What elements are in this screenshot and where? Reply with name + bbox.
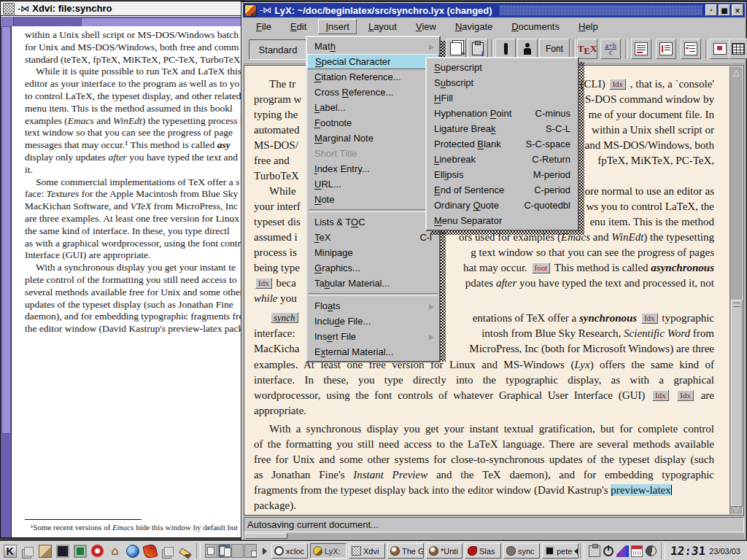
document-scrollbar[interactable]: △ ▽	[729, 66, 743, 514]
kwrite-icon[interactable]	[177, 543, 193, 559]
xdvi-vertical-scrollbar[interactable]	[1, 26, 12, 537]
paste-button[interactable]	[468, 39, 488, 59]
menu-item[interactable]: Marginal Note	[307, 131, 439, 146]
home-icon[interactable]: ⌂	[107, 543, 123, 559]
menu-item[interactable]: Index Entry...	[307, 161, 439, 176]
menu-item[interactable]: Special Character	[307, 54, 439, 69]
footnote-inset-button[interactable]: foot	[532, 262, 551, 273]
index-inset-button[interactable]: Idx	[677, 390, 694, 401]
kpaint-icon[interactable]	[616, 545, 628, 557]
menu-item[interactable]: LinebreakC-Return	[427, 152, 578, 167]
task-button-xcloc[interactable]: xcloc	[271, 543, 308, 559]
menu-item[interactable]: TeXC-l	[307, 230, 439, 245]
task-button-lyx[interactable]: LyX:	[310, 543, 347, 559]
menu-item[interactable]: End of SentenceC-period	[427, 182, 578, 198]
pager-desktop-2[interactable]	[218, 544, 231, 558]
menu-item[interactable]: Hyphenation PointC-minus	[427, 106, 578, 121]
scrollbar-thumb[interactable]	[731, 300, 743, 507]
menu-item[interactable]: Minipage	[307, 245, 439, 260]
menu-item[interactable]: Graphics...	[307, 260, 439, 276]
k-menu-icon[interactable]: K	[1, 543, 18, 559]
pager-desktop-1[interactable]	[205, 544, 217, 558]
taskbar-date[interactable]: 23/03/03	[709, 547, 740, 556]
konqueror-icon[interactable]	[124, 543, 141, 559]
digital-clock[interactable]: 12:31	[670, 544, 706, 558]
menu-item[interactable]: Cross Reference...	[307, 85, 439, 100]
footnote-button[interactable]	[631, 39, 651, 59]
menu-item[interactable]: Lists & TOC	[307, 214, 439, 230]
insert-table-button[interactable]	[729, 39, 747, 59]
emphasis-button[interactable]	[495, 39, 516, 59]
menu-view[interactable]: View	[409, 19, 444, 34]
task-button-theg[interactable]: The G	[387, 543, 424, 559]
xdvi-vscroll-thumb[interactable]	[1, 26, 11, 434]
window-list-icon[interactable]	[19, 543, 36, 559]
pager-desktop-3[interactable]	[231, 544, 244, 558]
task-button-slas[interactable]: Slas	[465, 543, 501, 559]
xdvi-window-icon[interactable]	[3, 3, 15, 15]
lyx-titlebar[interactable]: -⋈ LyX: ~/doc/beginlatex/src/synchro.lyx…	[243, 3, 745, 18]
menu-layout[interactable]: Layout	[361, 19, 404, 34]
lyx-window-icon[interactable]	[244, 4, 257, 17]
menu-item[interactable]: Include File...	[307, 314, 439, 329]
index-inset-button[interactable]: Idx	[609, 79, 626, 90]
menu-item[interactable]: Tabular Material...	[307, 276, 439, 291]
desktop-icon[interactable]	[36, 543, 53, 559]
menu-item[interactable]: Insert File	[307, 329, 439, 344]
logout-icon[interactable]	[603, 546, 614, 556]
task-button-pete[interactable]: pete	[542, 543, 578, 559]
depth-button[interactable]	[681, 39, 701, 59]
menu-item[interactable]: Subscript	[427, 75, 578, 90]
help-icon[interactable]	[89, 543, 106, 559]
menu-navigate[interactable]: Navigate	[448, 19, 500, 34]
menu-help[interactable]: Help	[571, 19, 605, 34]
menu-item[interactable]: Floats	[307, 298, 439, 314]
window-list2-icon[interactable]	[159, 543, 176, 559]
menu-item[interactable]: External Material...	[307, 344, 439, 359]
document-hscrollbar[interactable]	[244, 533, 744, 539]
insert-figure-button[interactable]	[710, 39, 730, 59]
noun-button[interactable]	[517, 39, 538, 59]
menu-item[interactable]: Note	[307, 192, 439, 207]
copy-button[interactable]	[446, 39, 466, 59]
scroll-up-icon[interactable]: △	[730, 66, 742, 78]
kmoon-icon[interactable]	[646, 545, 657, 556]
menu-item[interactable]: Menu Separator	[427, 213, 578, 228]
klipper-icon[interactable]	[589, 545, 600, 557]
index-inset-button[interactable]: Idx	[652, 390, 669, 401]
menu-item[interactable]: URL...	[307, 176, 439, 192]
konsole-icon[interactable]	[54, 543, 71, 559]
marginpar-button[interactable]	[656, 39, 676, 59]
layout-combo[interactable]: Standard	[249, 39, 307, 60]
menu-item[interactable]: EllipsisM-period	[427, 167, 578, 182]
task-scroll-icon[interactable]	[263, 548, 267, 555]
menu-documents[interactable]: Documents	[504, 19, 567, 34]
pager-desktop-4[interactable]	[244, 544, 257, 558]
tex-mode-button[interactable]: TEX	[577, 39, 597, 59]
task-button-sync[interactable]: sync	[503, 543, 540, 559]
math-editor-button[interactable]: a+bc	[600, 39, 621, 59]
pin-icon[interactable]: -⋈	[18, 4, 29, 14]
scroll-down-icon[interactable]: ▽	[730, 502, 742, 514]
index-inset-button[interactable]: Idx	[641, 313, 658, 324]
desktop-pager[interactable]	[205, 544, 257, 558]
menu-edit[interactable]: Edit	[283, 19, 314, 34]
korganizer-icon[interactable]	[631, 545, 643, 557]
close-button[interactable]: ×	[732, 4, 743, 16]
menu-item[interactable]: Superscript	[427, 60, 578, 75]
menu-item[interactable]: Citation Reference...	[307, 69, 439, 85]
hscrollbar-thumb[interactable]	[245, 533, 287, 539]
menu-item[interactable]: HFill	[427, 90, 578, 106]
kmail-icon[interactable]	[142, 543, 158, 559]
xdvi-horizontal-scrollbar[interactable]	[1, 17, 245, 27]
shade-button[interactable]: ·	[705, 4, 717, 16]
menu-insert[interactable]: Insert	[318, 19, 357, 34]
menu-item[interactable]: Protected BlankS-C-space	[427, 136, 578, 152]
maximize-button[interactable]: ■	[719, 4, 730, 16]
kcontrol-icon[interactable]	[71, 543, 88, 559]
xdvi-titlebar[interactable]: -⋈ Xdvi: file:synchro	[1, 1, 245, 16]
font-dialog-button[interactable]: Font	[539, 39, 570, 59]
menu-item[interactable]: Label...	[307, 100, 439, 115]
inset-button[interactable]: synch	[271, 312, 298, 323]
task-button-unti[interactable]: *Unti	[426, 543, 462, 559]
